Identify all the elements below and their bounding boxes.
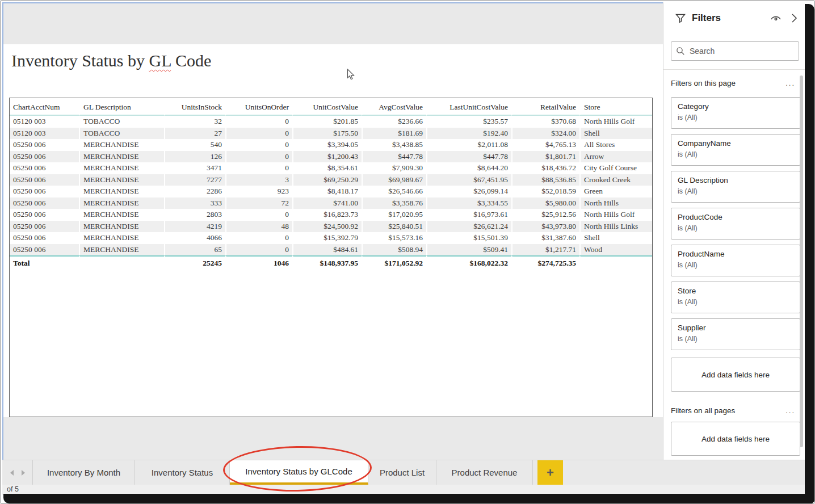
table-cell[interactable]: $26,621.24	[426, 221, 511, 233]
table-cell[interactable]: Wood	[579, 244, 653, 256]
table-cell[interactable]: North Hills	[579, 198, 653, 209]
search-input[interactable]	[690, 47, 794, 56]
table-cell[interactable]: $15,573.16	[362, 232, 426, 244]
table-cell[interactable]: $15,392.79	[292, 232, 362, 244]
table-cell[interactable]: MERCHANDISE	[79, 198, 164, 209]
filter-card[interactable]: Supplieris (All)	[671, 318, 800, 350]
table-cell[interactable]: 05250 006	[10, 209, 79, 221]
table-cell[interactable]: Crooked Creek	[579, 174, 653, 186]
table-cell[interactable]: $447.78	[426, 151, 511, 163]
table-cell[interactable]: 333	[164, 198, 225, 209]
table-cell[interactable]: 05250 006	[10, 244, 79, 256]
table-cell[interactable]: 126	[164, 151, 225, 163]
filter-card[interactable]: GL Descriptionis (All)	[671, 171, 800, 203]
table-cell[interactable]: Shell	[579, 232, 653, 244]
table-cell[interactable]: TOBACCO	[79, 128, 164, 140]
table-cell[interactable]: 3	[225, 174, 292, 186]
column-header[interactable]: Store	[579, 98, 653, 116]
table-cell[interactable]: 4066	[164, 232, 225, 244]
table-cell[interactable]: $43,973.80	[511, 221, 579, 233]
table-cell[interactable]: MERCHANDISE	[79, 209, 164, 221]
table-cell[interactable]: $508.94	[362, 244, 426, 256]
table-cell[interactable]: $181.69	[362, 128, 426, 140]
table-cell[interactable]: 0	[225, 139, 292, 151]
table-cell[interactable]: 3471	[164, 162, 225, 174]
table-cell[interactable]: 05250 006	[10, 221, 79, 233]
new-page-button[interactable]: +	[537, 460, 563, 485]
table-cell[interactable]: $370.68	[511, 116, 579, 128]
table-visual[interactable]: ChartAcctNumGL DescriptionUnitsInStockUn…	[9, 98, 653, 417]
add-data-fields-dropzone-page[interactable]: Add data fields here	[671, 358, 800, 392]
table-cell[interactable]: $17,020.95	[362, 209, 426, 221]
table-cell[interactable]: 0	[225, 151, 292, 163]
table-cell[interactable]: $15,501.39	[426, 232, 511, 244]
table-cell[interactable]: Green	[579, 186, 653, 198]
page-tab[interactable]: Inventory Status	[135, 460, 230, 485]
table-cell[interactable]: $236.66	[362, 116, 426, 128]
table-cell[interactable]: 05250 006	[10, 186, 79, 198]
table-cell[interactable]: 540	[164, 139, 225, 151]
table-cell[interactable]: $3,358.76	[362, 198, 426, 209]
more-options-icon[interactable]: ...	[785, 79, 795, 87]
table-cell[interactable]: $3,394.05	[292, 139, 362, 151]
table-cell[interactable]: 05120 003	[10, 128, 79, 140]
table-cell[interactable]: $324.00	[511, 128, 579, 140]
table-cell[interactable]: 05250 006	[10, 174, 79, 186]
table-cell[interactable]: 48	[225, 221, 292, 233]
table-cell[interactable]: 2803	[164, 209, 225, 221]
table-cell[interactable]: North Hills Links	[579, 221, 653, 233]
table-cell[interactable]: 0	[225, 209, 292, 221]
table-cell[interactable]: $509.41	[426, 244, 511, 256]
add-data-fields-dropzone-all-pages[interactable]: Add data fields here	[671, 422, 800, 456]
table-cell[interactable]: 0	[225, 244, 292, 256]
table-cell[interactable]: $175.50	[292, 128, 362, 140]
table-cell[interactable]: $7,909.30	[362, 162, 426, 174]
table-cell[interactable]: All Stores	[579, 139, 653, 151]
table-cell[interactable]: 7277	[164, 174, 225, 186]
page-tab[interactable]: Inventory By Month	[33, 460, 135, 485]
table-cell[interactable]: $235.57	[426, 116, 511, 128]
filters-pane-scrollbar[interactable]	[800, 75, 803, 447]
table-cell[interactable]: $447.78	[362, 151, 426, 163]
table-cell[interactable]: 4219	[164, 221, 225, 233]
table-cell[interactable]: MERCHANDISE	[79, 244, 164, 256]
table-cell[interactable]: $18,436.72	[511, 162, 579, 174]
table-cell[interactable]: MERCHANDISE	[79, 162, 164, 174]
table-cell[interactable]: $2,011.08	[426, 139, 511, 151]
table-cell[interactable]: $1,801.71	[511, 151, 579, 163]
table-cell[interactable]: 05120 003	[10, 116, 79, 128]
table-cell[interactable]: 32	[164, 116, 225, 128]
column-header[interactable]: UnitCostValue	[292, 98, 362, 116]
table-cell[interactable]: $1,200.43	[292, 151, 362, 163]
table-cell[interactable]: $26,099.14	[426, 186, 511, 198]
column-header[interactable]: LastUnitCostValue	[426, 98, 511, 116]
table-cell[interactable]: 0	[225, 162, 292, 174]
table-cell[interactable]: $741.00	[292, 198, 362, 209]
page-tab[interactable]: Product Revenue	[436, 460, 533, 485]
table-cell[interactable]: $88,536.85	[511, 174, 579, 186]
show-hide-pane-icon[interactable]	[770, 14, 782, 22]
table-cell[interactable]: $1,217.71	[511, 244, 579, 256]
table-cell[interactable]: MERCHANDISE	[79, 186, 164, 198]
collapse-pane-icon[interactable]	[791, 13, 797, 23]
table-cell[interactable]: 923	[225, 186, 292, 198]
table-cell[interactable]: $16,823.73	[292, 209, 362, 221]
table-cell[interactable]: 05250 006	[10, 232, 79, 244]
table-cell[interactable]: $67,451.95	[426, 174, 511, 186]
table-cell[interactable]: $69,250.29	[292, 174, 362, 186]
filter-card[interactable]: Storeis (All)	[671, 282, 800, 313]
table-cell[interactable]: 65	[164, 244, 225, 256]
filter-search-box[interactable]	[671, 41, 799, 61]
table-cell[interactable]: 05250 006	[10, 151, 79, 163]
table-cell[interactable]: $52,018.59	[511, 186, 579, 198]
table-cell[interactable]: $192.40	[426, 128, 511, 140]
next-page-icon[interactable]	[21, 470, 26, 476]
table-cell[interactable]: $24,500.92	[292, 221, 362, 233]
table-cell[interactable]: 0	[225, 232, 292, 244]
column-header[interactable]: AvgCostValue	[362, 98, 426, 116]
table-cell[interactable]: 27	[164, 128, 225, 140]
table-cell[interactable]: $8,354.61	[292, 162, 362, 174]
table-cell[interactable]: $26,546.66	[362, 186, 426, 198]
filter-card[interactable]: CompanyNameis (All)	[671, 134, 800, 166]
table-cell[interactable]: $25,840.51	[362, 221, 426, 233]
